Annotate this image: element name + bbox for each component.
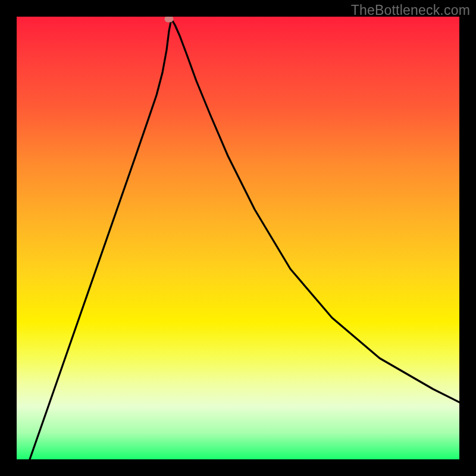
watermark-text: TheBottleneck.com — [351, 2, 470, 18]
plot-area — [17, 17, 459, 459]
chart-frame: TheBottleneck.com — [0, 0, 476, 476]
minimum-marker — [165, 17, 174, 23]
bottleneck-curve — [17, 17, 459, 459]
